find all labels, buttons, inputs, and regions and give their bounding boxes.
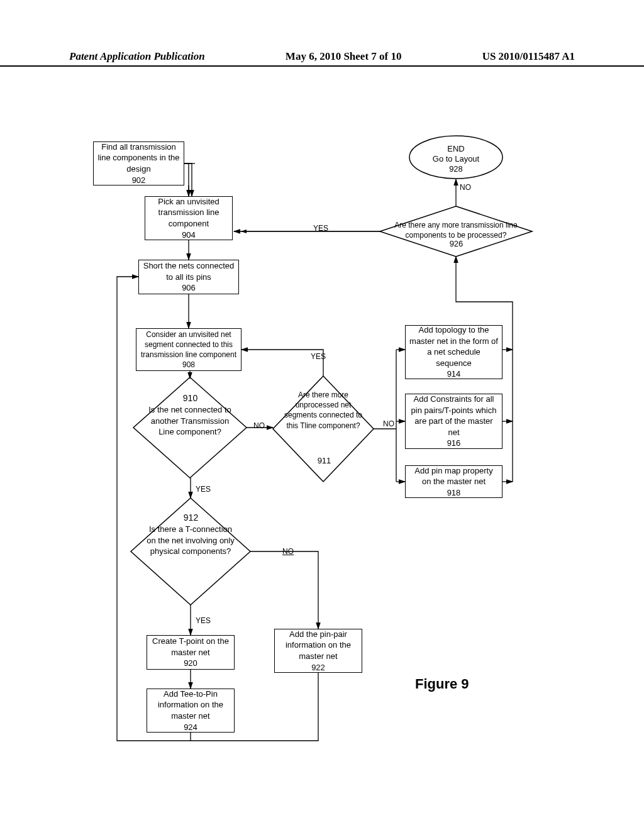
page-container: Patent Application Publication May 6, 20… (0, 0, 644, 830)
flowchart-arrows (0, 0, 644, 830)
